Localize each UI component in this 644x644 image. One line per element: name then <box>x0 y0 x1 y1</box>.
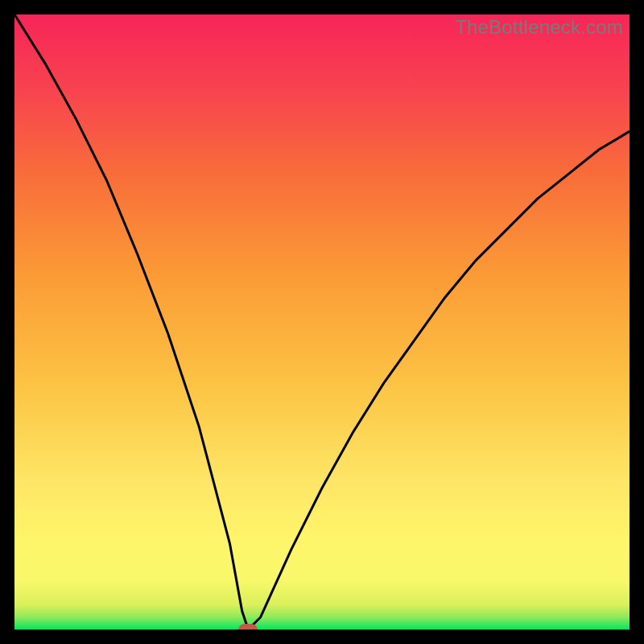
bottleneck-curve <box>14 14 630 630</box>
plot-area: TheBottleneck.com <box>14 14 630 630</box>
chart-frame: TheBottleneck.com <box>0 0 644 644</box>
minimum-marker <box>238 624 258 630</box>
watermark-text: TheBottleneck.com <box>455 16 623 39</box>
curve-path <box>14 14 630 630</box>
